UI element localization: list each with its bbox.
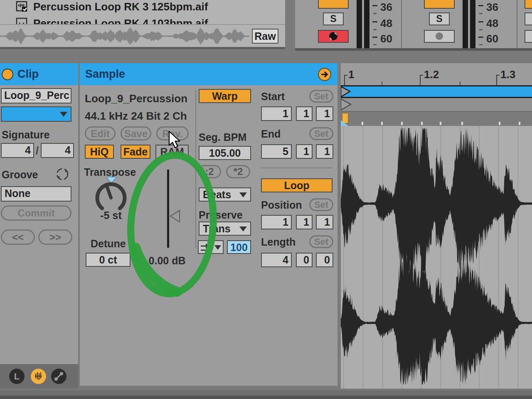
- raw-preview-button[interactable]: Raw: [252, 29, 278, 44]
- detune-field[interactable]: 0 ct: [86, 253, 131, 267]
- meter-scale-value: 36: [486, 1, 498, 14]
- groove-pool-icon[interactable]: [55, 167, 69, 181]
- launch-box-tab[interactable]: L: [9, 369, 25, 384]
- start-marker[interactable]: [341, 99, 352, 111]
- transient-tick: [461, 122, 463, 125]
- meter-scale-value: 36: [380, 1, 392, 14]
- ram-button[interactable]: RAM: [155, 145, 189, 159]
- groove-label: Groove: [2, 169, 38, 181]
- seg-bpm-field[interactable]: 105.00: [199, 146, 251, 160]
- browser-panel: Percussion Loop RK 3 125bpm.aif Percussi…: [0, 0, 285, 49]
- warp-button[interactable]: Warp: [199, 89, 251, 103]
- stereo-waveform: [341, 126, 532, 389]
- loop-start-marker[interactable]: [341, 86, 352, 97]
- envelope-icon: [51, 369, 66, 384]
- clip-color-chooser[interactable]: [1, 106, 71, 122]
- preserve-label: Preserve: [199, 209, 243, 221]
- solo-button[interactable]: S: [429, 12, 450, 25]
- preserve-mode-selector[interactable]: Trans: [199, 222, 251, 236]
- envelope-box-tab[interactable]: [51, 369, 66, 384]
- clip-name-field[interactable]: Loop_9_Perc: [1, 88, 71, 103]
- nudge-forward-button[interactable]: >>: [38, 229, 72, 245]
- end-bars-field[interactable]: 5: [261, 144, 292, 159]
- length-bars-field[interactable]: 4: [261, 253, 292, 267]
- sample-box-tab[interactable]: [31, 369, 46, 384]
- column-divider: [195, 90, 196, 249]
- groove-selector[interactable]: None: [1, 186, 71, 202]
- waveform-display[interactable]: [341, 126, 532, 389]
- length-label: Length: [261, 236, 296, 248]
- length-sixteenths-field[interactable]: 0: [316, 253, 333, 267]
- transient-tick: [519, 122, 520, 125]
- follow-arrow-button[interactable]: [318, 67, 332, 81]
- loop-button[interactable]: Loop: [261, 178, 332, 192]
- double-tempo-button[interactable]: *2: [226, 165, 250, 178]
- ruler-label: 1: [348, 68, 354, 81]
- start-set-button[interactable]: Set: [309, 90, 333, 103]
- gain-slider-track: [167, 170, 169, 248]
- start-beats-field[interactable]: 1: [296, 106, 313, 121]
- level-meter: [357, 0, 369, 48]
- signature-numerator-field[interactable]: 4: [1, 143, 34, 158]
- hiq-button[interactable]: HiQ: [85, 145, 114, 159]
- record-circle-icon: [425, 31, 454, 42]
- gain-slider-handle[interactable]: [170, 209, 180, 223]
- browser-file-name: Percussion Loop RK 3 125bpm.aif: [33, 0, 208, 13]
- transient-resolution-field[interactable]: 100: [227, 240, 251, 254]
- track-activator-button[interactable]: [525, 0, 532, 9]
- half-tempo-button[interactable]: :2: [198, 165, 221, 178]
- start-marker-row[interactable]: [341, 98, 532, 111]
- clip-panel-title: Clip: [17, 63, 39, 85]
- position-set-button[interactable]: Set: [309, 198, 333, 211]
- arm-record-button[interactable]: [424, 30, 455, 43]
- browser-preview-bar: Raw: [0, 24, 285, 48]
- sample-editor: 1 1.2 1.3: [341, 63, 532, 389]
- beat-time-ruler[interactable]: 1 1.2 1.3: [341, 63, 532, 85]
- position-bars-field[interactable]: 1: [261, 215, 292, 229]
- transient-tick: [401, 122, 403, 125]
- warp-mode-value: Beats: [203, 189, 231, 200]
- signature-label: Signature: [2, 129, 49, 141]
- end-set-button[interactable]: Set: [309, 127, 333, 140]
- loop-brace[interactable]: [341, 85, 532, 98]
- solo-button[interactable]: S: [323, 12, 344, 25]
- save-sample-button[interactable]: Save: [121, 126, 151, 140]
- sample-format-info: 44.1 kHz 24 Bit 2 Ch: [85, 110, 187, 123]
- warp-marker-strip[interactable]: [341, 111, 532, 126]
- position-sixteenths-field[interactable]: 1: [316, 215, 333, 229]
- signature-separator: /: [36, 145, 39, 157]
- length-set-button[interactable]: Set: [309, 235, 333, 248]
- transient-loop-mode-selector[interactable]: [198, 240, 224, 254]
- arm-record-button[interactable]: [525, 30, 532, 43]
- waveform-icon: [31, 369, 46, 384]
- ruler-label: 1.2: [424, 68, 439, 81]
- nudge-back-button[interactable]: <<: [1, 229, 35, 245]
- end-beats-field[interactable]: 1: [296, 144, 313, 159]
- start-label: Start: [261, 91, 285, 103]
- edit-sample-button[interactable]: Edit: [85, 126, 116, 140]
- length-beats-field[interactable]: 0: [296, 253, 313, 267]
- warp-mode-selector[interactable]: Beats: [199, 187, 251, 202]
- section-divider: [261, 167, 332, 168]
- reverse-sample-button[interactable]: Rev.: [156, 126, 189, 140]
- arm-record-button[interactable]: [318, 30, 349, 43]
- clip-color-dot: [1, 68, 14, 81]
- position-beats-field[interactable]: 1: [296, 215, 313, 229]
- start-bars-field[interactable]: 1: [261, 106, 292, 121]
- loop-mode-arrow-icon: [200, 243, 210, 251]
- end-sixteenths-field[interactable]: 1: [316, 144, 333, 159]
- commit-button[interactable]: Commit: [1, 205, 71, 221]
- track-activator-button[interactable]: [318, 0, 349, 9]
- solo-button[interactable]: [525, 12, 532, 25]
- preview-waveform[interactable]: [0, 26, 249, 46]
- track-activator-button[interactable]: [424, 0, 455, 9]
- browser-file-row[interactable]: Percussion Loop RK 3 125bpm.aif: [0, 0, 285, 14]
- transient-tick: [421, 122, 423, 125]
- end-label: End: [261, 128, 281, 140]
- signature-denominator-field[interactable]: 4: [41, 143, 74, 158]
- start-sixteenths-field[interactable]: 1: [316, 106, 333, 121]
- detune-spinner-icon[interactable]: [131, 256, 140, 265]
- transient-tick: [362, 122, 363, 125]
- fade-button[interactable]: Fade: [121, 145, 150, 159]
- clip-panel: Clip Loop_9_Perc Signature 4 / 4 Groove …: [0, 63, 78, 389]
